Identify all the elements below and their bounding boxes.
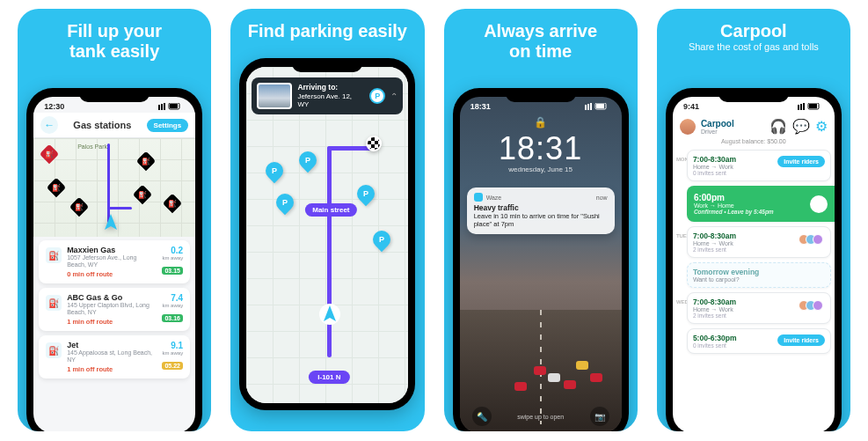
screen-parking: P P P P P Main street I-101 N Arriving t… bbox=[246, 67, 408, 403]
notification-time: now bbox=[596, 195, 608, 201]
day-label: TUE bbox=[676, 233, 687, 239]
carpool-card-confirmed[interactable]: 6:00pm Work → Home Confirmed • Leave by … bbox=[687, 186, 835, 222]
phone-frame: 12:30 ← Gas stations Settings Palos Park… bbox=[26, 88, 202, 431]
panel-gas: Fill up yourtank easily 12:30 ← Gas stat… bbox=[18, 9, 211, 431]
map[interactable]: Palos Park ⛽ ⛽ ⛽ ⛽ ⛽ ⛽ bbox=[33, 138, 195, 237]
distance-unit: km away bbox=[162, 255, 183, 261]
svg-marker-5 bbox=[105, 214, 117, 230]
parking-button[interactable]: P bbox=[369, 88, 385, 104]
station-name: Maxxien Gas bbox=[67, 246, 157, 254]
destination-flag-icon bbox=[366, 136, 382, 151]
page-title: Gas stations bbox=[73, 120, 131, 130]
settings-icon[interactable]: ⚙ bbox=[815, 118, 828, 135]
phone-frame: P P P P P Main street I-101 N Arriving t… bbox=[239, 58, 415, 410]
map[interactable]: P P P P P Main street I-101 N bbox=[246, 67, 408, 403]
fuel-icon: ⛽ bbox=[46, 342, 62, 358]
screen-carpool: 9:41 Carpool Driver 🎧 💬 ⚙ bbox=[673, 97, 835, 431]
panel-title: Carpool bbox=[657, 9, 850, 41]
rider-avatar bbox=[810, 195, 828, 213]
fuel-icon: ⛽ bbox=[46, 295, 62, 311]
balance-text: August balance: $50.00 bbox=[673, 138, 835, 148]
carpool-role: Driver bbox=[701, 129, 734, 135]
chat-icon[interactable]: 🎧 bbox=[770, 118, 787, 135]
back-button[interactable]: ← bbox=[40, 116, 58, 134]
carpool-card-suggestion[interactable]: Tomorrow evening Want to carpool? bbox=[687, 262, 831, 288]
avatar[interactable] bbox=[680, 119, 696, 135]
svg-rect-13 bbox=[798, 105, 799, 110]
carpool-card[interactable]: 7:00-8:30am Home → Work 2 invites sent bbox=[687, 292, 831, 324]
invite-riders-button[interactable]: Invite riders bbox=[777, 334, 825, 346]
station-name: Jet bbox=[67, 341, 157, 349]
phone-frame: 18:31 🔒 18:31 wednesday, June 15 Waze no… bbox=[453, 88, 629, 431]
carpool-title: Carpool bbox=[701, 119, 734, 129]
panel-title: Find parking easily bbox=[230, 9, 424, 43]
ride-prompt: Want to carpool? bbox=[693, 276, 825, 283]
svg-rect-9 bbox=[587, 104, 589, 110]
status-icons bbox=[798, 102, 824, 111]
price-chip: 05.22 bbox=[162, 362, 183, 370]
gas-header: ← Gas stations Settings bbox=[33, 113, 195, 138]
svg-rect-15 bbox=[803, 103, 805, 110]
gas-station-card[interactable]: ⛽ Jet 145 Appaloosa st, Long Beach, NY 1… bbox=[39, 335, 190, 379]
svg-rect-1 bbox=[161, 104, 163, 110]
destination-thumbnail bbox=[257, 83, 292, 109]
lock-icon: 🔒 bbox=[460, 113, 622, 129]
svg-rect-4 bbox=[170, 104, 178, 108]
off-route-text: 0 min off route bbox=[67, 270, 157, 278]
fuel-icon: ⛽ bbox=[46, 247, 62, 263]
svg-rect-10 bbox=[590, 103, 592, 110]
svg-rect-17 bbox=[809, 104, 817, 108]
ride-substatus: 2 invites sent bbox=[693, 246, 825, 253]
flashlight-button[interactable]: 🔦 bbox=[472, 407, 492, 426]
ride-status: Confirmed • Leave by 5:45pm bbox=[694, 209, 822, 215]
station-distance: 0.2 bbox=[162, 246, 183, 255]
lock-date: wednesday, June 15 bbox=[460, 165, 622, 173]
carpool-card[interactable]: 7:00-8:30am Home → Work 0 invites sent I… bbox=[687, 150, 831, 181]
swipe-hint: swipe up to open bbox=[517, 414, 564, 420]
phone-frame: 9:41 Carpool Driver 🎧 💬 ⚙ bbox=[666, 88, 842, 431]
price-chip: 03.16 bbox=[162, 314, 183, 322]
panel-carpool: Carpool Share the cost of gas and tolls … bbox=[657, 9, 850, 431]
off-route-text: 1 min off route bbox=[67, 365, 157, 373]
panel-title: Always arriveon time bbox=[444, 9, 638, 63]
ride-substatus: 2 invites sent bbox=[693, 312, 825, 319]
status-icons bbox=[585, 102, 611, 111]
panel-parking: Find parking easily P P P P P Main stree… bbox=[230, 9, 424, 431]
rider-avatars bbox=[802, 300, 823, 311]
station-distance: 7.4 bbox=[162, 293, 183, 303]
lock-bottom-bar: 🔦 swipe up to open 📷 bbox=[460, 407, 622, 426]
gas-station-card[interactable]: ⛽ Maxxien Gas 1057 Jeferson Ave., Long B… bbox=[39, 240, 190, 283]
panel-ontime: Always arriveon time 18:31 🔒 18:31 wedne… bbox=[444, 9, 638, 431]
invite-riders-button[interactable]: Invite riders bbox=[777, 156, 825, 167]
app-icon bbox=[474, 193, 483, 202]
station-address: 1057 Jeferson Ave., Long Beach, WY bbox=[67, 254, 157, 268]
svg-rect-12 bbox=[596, 104, 604, 108]
carpool-header: Carpool Driver 🎧 💬 ⚙ bbox=[673, 113, 835, 138]
park-label: Palos Park bbox=[77, 143, 107, 150]
carpool-card[interactable]: 7:00-8:30am Home → Work 2 invites sent bbox=[687, 226, 831, 258]
screenshot-gallery: Fill up yourtank easily 12:30 ← Gas stat… bbox=[0, 0, 868, 440]
gas-station-list[interactable]: ⛽ Maxxien Gas 1057 Jeferson Ave., Long B… bbox=[33, 237, 195, 386]
chevron-up-icon[interactable]: ⌃ bbox=[390, 92, 398, 101]
ride-substatus: 0 invites sent bbox=[693, 170, 825, 176]
ride-time: 6:00pm bbox=[694, 193, 822, 202]
messages-icon[interactable]: 💬 bbox=[792, 118, 810, 135]
svg-rect-14 bbox=[800, 104, 802, 110]
carpool-card[interactable]: 5:00-6:30pm 0 invites sent Invite riders bbox=[687, 328, 831, 354]
distance-unit: km away bbox=[162, 350, 183, 356]
gas-station-card[interactable]: ⛽ ABC Gas & Go 145 Upper Clapton Blvd, L… bbox=[39, 288, 190, 331]
off-route-text: 1 min off route bbox=[67, 318, 157, 326]
carpool-schedule[interactable]: MON 7:00-8:30am Home → Work 0 invites se… bbox=[673, 148, 835, 360]
arrival-banner[interactable]: Arriving to: Jeferson Ave. 12, WY P ⌃ bbox=[252, 77, 403, 114]
location-cursor-icon bbox=[318, 303, 341, 329]
settings-button[interactable]: Settings bbox=[147, 119, 189, 132]
notification-body: Leave in 10 min to arrive on time for "S… bbox=[474, 212, 608, 229]
status-time: 18:31 bbox=[470, 102, 491, 111]
svg-rect-8 bbox=[585, 105, 587, 110]
panel-title: Fill up yourtank easily bbox=[18, 9, 211, 63]
station-distance: 9.1 bbox=[162, 341, 183, 350]
rider-avatars bbox=[802, 234, 823, 245]
station-name: ABC Gas & Go bbox=[67, 293, 157, 302]
notification-card[interactable]: Waze now Heavy traffic Leave in 10 min t… bbox=[467, 187, 615, 234]
camera-button[interactable]: 📷 bbox=[590, 407, 609, 426]
